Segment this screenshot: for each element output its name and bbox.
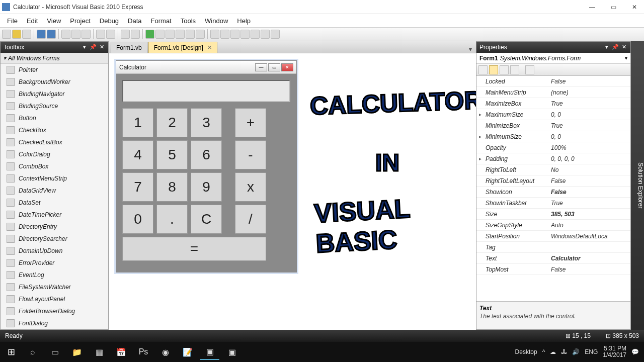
form-minimize-icon[interactable]: — [255, 63, 267, 71]
toolbox-item[interactable]: ErrorProvider [1, 257, 108, 269]
calc-key[interactable]: x [235, 172, 266, 202]
app-icon-1[interactable]: ▦ [90, 344, 109, 360]
toolbox-item[interactable]: DomainUpDown [1, 245, 108, 257]
calc-key[interactable]: / [235, 205, 266, 234]
events-icon[interactable] [510, 65, 519, 74]
menu-help[interactable]: Help [233, 16, 255, 26]
toolbox-item[interactable]: EventLog [1, 269, 108, 281]
toolbox-item[interactable]: FolderBrowserDialog [1, 305, 108, 317]
camtasia-icon[interactable]: ▣ [222, 344, 242, 360]
cut-icon[interactable] [61, 30, 70, 39]
properties-dropdown-icon[interactable]: ▾ [603, 44, 610, 51]
calc-equals[interactable]: = [122, 237, 266, 261]
toolbox-item[interactable]: FontDialog [1, 317, 108, 329]
toolbox-item[interactable]: DirectorySearcher [1, 233, 108, 245]
file-explorer-icon[interactable]: 📁 [67, 344, 87, 360]
toolbox-pin-icon[interactable]: 📌 [90, 44, 97, 51]
open-file-icon[interactable] [12, 30, 21, 39]
toolbox-item[interactable]: FlowLayoutPanel [1, 293, 108, 305]
toolbox-item[interactable]: DataGridView [1, 185, 108, 197]
tray-clock[interactable]: 5:31 PM 1/4/2017 [603, 345, 626, 358]
tray-desktop[interactable]: Desktop [515, 348, 537, 355]
tool-c-icon[interactable] [230, 30, 239, 39]
calc-key[interactable]: 4 [122, 140, 153, 169]
toolbox-item[interactable]: ContextMenuStrip [1, 172, 108, 185]
photoshop-icon[interactable]: Ps [134, 344, 153, 360]
menu-file[interactable]: File [3, 16, 22, 26]
toolbox-item[interactable]: BindingSource [1, 100, 108, 112]
toolbox-item[interactable]: BackgroundWorker [1, 76, 108, 88]
calc-key[interactable]: C [191, 205, 222, 234]
property-pages-icon[interactable] [525, 65, 534, 74]
stop-icon[interactable] [166, 30, 175, 39]
tool-f-icon[interactable] [261, 30, 270, 39]
designer-form[interactable]: Calculator — ▭ ✕ 123+456-789x0.C/= [116, 60, 297, 273]
chrome-icon[interactable]: ◉ [156, 344, 175, 360]
align-center-icon[interactable] [106, 30, 115, 39]
calc-key[interactable]: 0 [122, 205, 153, 234]
property-row[interactable]: ▸MaximumSize0, 0 [476, 109, 630, 120]
calc-key[interactable]: 7 [122, 172, 153, 202]
toolbox-item[interactable]: DirectoryEntry [1, 221, 108, 233]
property-row[interactable]: SizeGripStyleAuto [476, 220, 630, 231]
menu-view[interactable]: View [43, 16, 65, 26]
tool-b-icon[interactable] [220, 30, 229, 39]
tab-form1-design[interactable]: Form1.vb [Design] ✕ [148, 42, 217, 53]
start-button[interactable]: ⊞ [2, 344, 20, 360]
properties-object-selector[interactable]: Form1 System.Windows.Forms.Form ▾ [476, 53, 630, 64]
calc-key[interactable]: 8 [156, 172, 188, 202]
tool-g-icon[interactable] [271, 30, 280, 39]
toolbox-item[interactable]: BindingNavigator [1, 88, 108, 100]
properties-grid[interactable]: LockedFalseMainMenuStrip(none)MaximizeBo… [476, 76, 630, 301]
toolbox-item[interactable]: Button [1, 112, 108, 124]
task-view-icon[interactable]: ▭ [45, 344, 64, 360]
visual-studio-icon[interactable]: ▣ [200, 344, 219, 360]
property-row[interactable]: StartPositionWindowsDefaultLoca [476, 231, 630, 242]
expand-icon[interactable]: ▸ [476, 112, 484, 117]
step-into-icon[interactable] [176, 30, 185, 39]
tray-volume-icon[interactable]: 🔊 [572, 348, 580, 355]
solution-explorer-tab[interactable]: Solution Explorer [631, 41, 644, 330]
tool-a-icon[interactable] [210, 30, 219, 39]
undo-icon[interactable] [121, 30, 130, 39]
calc-key[interactable]: 3 [191, 108, 222, 137]
start-debug-icon[interactable] [145, 30, 154, 39]
design-canvas[interactable]: Calculator — ▭ ✕ 123+456-789x0.C/= CALCU… [109, 53, 476, 330]
alphabetical-icon[interactable] [489, 65, 498, 74]
toolbox-item[interactable]: FileSystemWatcher [1, 281, 108, 293]
step-over-icon[interactable] [186, 30, 195, 39]
save-icon[interactable] [37, 30, 46, 39]
menu-window[interactable]: Window [201, 16, 232, 26]
calc-key[interactable]: 5 [156, 140, 188, 169]
app-icon-2[interactable]: 📅 [112, 344, 131, 360]
form-maximize-icon[interactable]: ▭ [268, 63, 280, 71]
calc-key[interactable]: 2 [156, 108, 188, 137]
expand-icon[interactable]: ▸ [476, 134, 484, 139]
property-row[interactable]: MinimizeBoxTrue [476, 120, 630, 131]
toolbox-item[interactable]: ColorDialog [1, 148, 108, 160]
toolbox-item[interactable]: Pointer [1, 64, 108, 76]
property-row[interactable]: MainMenuStrip(none) [476, 87, 630, 98]
property-row[interactable]: ▸MinimumSize0, 0 [476, 131, 630, 142]
expand-icon[interactable]: ▸ [476, 156, 484, 161]
menu-tools[interactable]: Tools [177, 16, 200, 26]
toolbox-dropdown-icon[interactable]: ▾ [81, 44, 88, 51]
calc-key[interactable]: . [156, 205, 188, 234]
properties-icon[interactable] [500, 65, 509, 74]
tray-chevron-icon[interactable]: ^ [542, 348, 545, 355]
property-row[interactable]: RightToLeftLayoutFalse [476, 175, 630, 187]
maximize-button[interactable]: ▭ [606, 4, 621, 11]
align-left-icon[interactable] [96, 30, 105, 39]
calc-key[interactable]: - [235, 140, 266, 169]
step-out-icon[interactable] [196, 30, 205, 39]
toolbox-item[interactable]: DataSet [1, 197, 108, 209]
tab-form1-code[interactable]: Form1.vb [111, 42, 147, 53]
close-button[interactable]: ✕ [627, 4, 642, 11]
add-item-icon[interactable] [22, 30, 31, 39]
property-row[interactable]: TextCalculator [476, 253, 630, 264]
tray-cloud-icon[interactable]: ☁ [550, 348, 556, 355]
tool-d-icon[interactable] [240, 30, 250, 39]
calc-key[interactable]: 6 [191, 140, 222, 169]
property-row[interactable]: LockedFalse [476, 76, 630, 87]
menu-edit[interactable]: Edit [23, 16, 42, 26]
